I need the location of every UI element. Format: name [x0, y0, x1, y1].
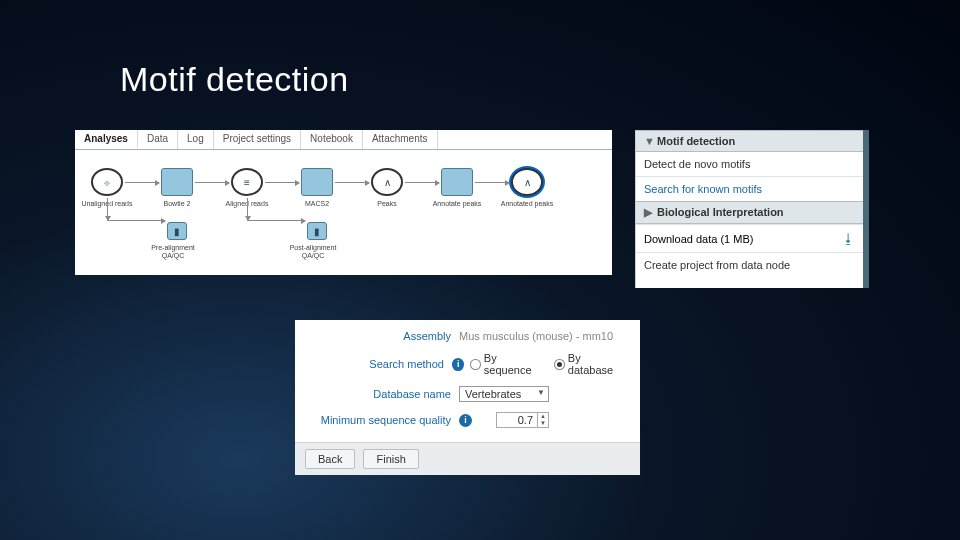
radio-by-database[interactable]	[554, 359, 565, 370]
node-peaks[interactable]: ∧	[371, 168, 403, 196]
tab-bar: Analyses Data Log Project settings Noteb…	[75, 130, 612, 150]
node-annotated-peaks[interactable]: ∧	[511, 168, 543, 196]
row-database-name: Database name Vertebrates	[309, 386, 626, 402]
database-select[interactable]: Vertebrates	[459, 386, 549, 402]
assembly-value: Mus musculus (mouse) - mm10	[459, 330, 613, 342]
item-create-project[interactable]: Create project from data node	[636, 252, 863, 277]
back-button[interactable]: Back	[305, 449, 355, 469]
peak-icon: ∧	[524, 177, 531, 188]
arrow	[247, 220, 305, 221]
arrow	[405, 182, 439, 183]
chevron-right-icon: ▶	[644, 206, 654, 219]
slide-title: Motif detection	[120, 60, 349, 99]
label-macs2: MACS2	[287, 200, 347, 208]
arrow	[265, 182, 299, 183]
label-bowtie: Bowtie 2	[147, 200, 207, 208]
arrow	[475, 182, 509, 183]
node-aligned-reads[interactable]: ≡	[231, 168, 263, 196]
download-icon: ⭳	[842, 231, 855, 246]
step-up-icon[interactable]: ▲	[538, 413, 548, 420]
info-icon[interactable]: i	[459, 414, 472, 427]
arrow	[195, 182, 229, 183]
tab-notebook[interactable]: Notebook	[301, 130, 363, 149]
label-annotated: Annotated peaks	[497, 200, 557, 208]
node-macs2[interactable]	[301, 168, 333, 196]
tab-data[interactable]: Data	[138, 130, 178, 149]
node-annotate-peaks[interactable]	[441, 168, 473, 196]
search-method-label: Search method	[309, 358, 452, 370]
row-assembly: Assembly Mus musculus (mouse) - mm10	[309, 330, 626, 342]
radio-by-sequence[interactable]	[470, 359, 481, 370]
chevron-down-icon: ▼	[644, 135, 654, 147]
tab-analyses[interactable]: Analyses	[75, 130, 138, 149]
form-footer: Back Finish	[295, 442, 640, 475]
section-label: Biological Interpretation	[657, 206, 784, 218]
pipeline-panel: Analyses Data Log Project settings Noteb…	[75, 130, 612, 275]
barchart-icon: ▮	[314, 226, 320, 237]
tab-attachments[interactable]: Attachments	[363, 130, 438, 149]
arrow	[125, 182, 159, 183]
database-name-label: Database name	[309, 388, 459, 400]
item-search-known[interactable]: Search for known motifs	[636, 176, 863, 201]
sidebar-panel: ▼ Motif detection Detect de novo motifs …	[635, 130, 869, 288]
item-detect-denovo[interactable]: Detect de novo motifs	[636, 152, 863, 176]
label-annotate: Annotate peaks	[427, 200, 487, 208]
label-peaks: Peaks	[357, 200, 417, 208]
dna-icon: ⟐	[104, 177, 110, 188]
info-icon[interactable]: i	[452, 358, 464, 371]
node-unaligned-reads[interactable]: ⟐	[91, 168, 123, 196]
arrow-down	[107, 198, 108, 220]
align-icon: ≡	[244, 177, 250, 188]
label-preqc: Pre-alignment QA/QC	[145, 244, 201, 259]
radio-label-sequence: By sequence	[484, 352, 544, 376]
min-quality-input[interactable]: 0.7	[496, 412, 538, 428]
item-download-data[interactable]: Download data (1 MB) ⭳	[636, 224, 863, 252]
label-postqc: Post-alignment QA/QC	[285, 244, 341, 259]
arrow-down	[247, 198, 248, 220]
form-panel: Assembly Mus musculus (mouse) - mm10 Sea…	[295, 320, 640, 465]
node-pre-qc[interactable]: ▮	[167, 222, 187, 240]
assembly-label: Assembly	[309, 330, 459, 342]
barchart-icon: ▮	[174, 226, 180, 237]
step-down-icon[interactable]: ▼	[538, 420, 548, 427]
section-biological-interpretation[interactable]: ▶ Biological Interpretation	[636, 201, 863, 224]
arrow	[335, 182, 369, 183]
arrow	[107, 220, 165, 221]
min-quality-label: Minimum sequence quality	[309, 414, 459, 426]
node-bowtie2[interactable]	[161, 168, 193, 196]
radio-label-database: By database	[568, 352, 626, 376]
section-label: Motif detection	[657, 135, 735, 147]
row-min-quality: Minimum sequence quality i 0.7 ▲▼	[309, 412, 626, 428]
tab-log[interactable]: Log	[178, 130, 214, 149]
peak-icon: ∧	[384, 177, 391, 188]
tab-project-settings[interactable]: Project settings	[214, 130, 301, 149]
node-post-qc[interactable]: ▮	[307, 222, 327, 240]
pipeline-flow: ⟐ Unaligned reads Bowtie 2 ≡ Aligned rea…	[81, 160, 606, 270]
row-search-method: Search method i By sequence By database	[309, 352, 626, 376]
quantity-stepper[interactable]: ▲▼	[538, 412, 549, 428]
finish-button[interactable]: Finish	[363, 449, 418, 469]
section-motif-detection[interactable]: ▼ Motif detection	[636, 130, 863, 152]
download-label: Download data (1 MB)	[644, 233, 753, 245]
